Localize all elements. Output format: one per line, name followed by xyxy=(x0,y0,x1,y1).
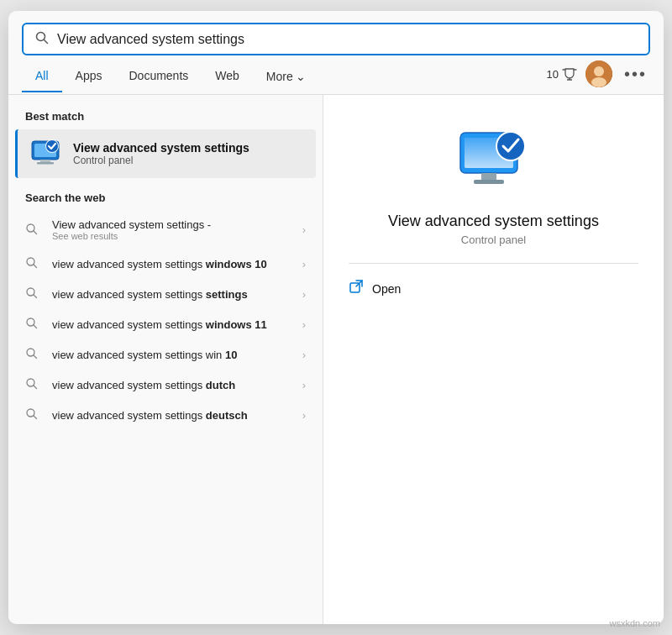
app-icon-large xyxy=(456,129,532,196)
web-result-item[interactable]: View advanced system settings - See web … xyxy=(8,211,323,249)
web-result-item[interactable]: view advanced system settings windows 11… xyxy=(8,309,323,339)
web-result-text: view advanced system settings windows 10 xyxy=(52,258,291,270)
chevron-right-icon: › xyxy=(302,318,306,331)
web-result-item[interactable]: view advanced system settings win 10 › xyxy=(8,339,323,370)
svg-rect-10 xyxy=(37,162,54,165)
search-window: All Apps Documents Web More ⌄ 10 xyxy=(8,11,664,624)
rp-title: View advanced system settings xyxy=(388,213,599,230)
web-search-icon xyxy=(22,223,40,238)
chevron-right-icon: › xyxy=(302,288,306,301)
right-panel: View advanced system settings Control pa… xyxy=(323,95,664,624)
left-panel: Best match View ad xyxy=(8,95,323,624)
best-match-text: View advanced system settings Control pa… xyxy=(73,141,249,166)
tab-more[interactable]: More ⌄ xyxy=(253,63,319,92)
web-result-text: view advanced system settings deutsch xyxy=(52,409,291,422)
web-result-item[interactable]: view advanced system settings settings › xyxy=(8,279,323,309)
best-match-title: View advanced system settings xyxy=(73,141,249,155)
web-search-icon xyxy=(22,256,40,271)
best-match-app-icon xyxy=(29,138,61,170)
web-result-text: View advanced system settings - See web … xyxy=(52,218,291,241)
open-button[interactable]: Open xyxy=(349,276,638,302)
main-content: Best match View ad xyxy=(8,95,664,624)
svg-rect-30 xyxy=(481,173,496,180)
web-result-item[interactable]: view advanced system settings dutch › xyxy=(8,370,323,400)
search-bar-row xyxy=(8,11,664,55)
tab-documents[interactable]: Documents xyxy=(115,62,202,92)
tab-apps[interactable]: Apps xyxy=(62,62,116,92)
tab-web[interactable]: Web xyxy=(202,62,253,92)
svg-line-26 xyxy=(34,416,37,419)
web-section-label: Search the web xyxy=(8,178,323,211)
chevron-right-icon: › xyxy=(302,349,306,361)
chevron-right-icon: › xyxy=(302,379,306,391)
best-match-subtitle: Control panel xyxy=(73,155,249,166)
notification-badge[interactable]: 10 xyxy=(547,67,577,81)
trophy-icon xyxy=(562,67,577,81)
best-match-label: Best match xyxy=(8,110,323,129)
svg-line-18 xyxy=(34,295,37,298)
chevron-down-icon: ⌄ xyxy=(296,70,306,83)
web-search-icon xyxy=(22,286,40,302)
best-match-item[interactable]: View advanced system settings Control pa… xyxy=(15,129,316,178)
chevron-right-icon: › xyxy=(302,223,306,236)
search-input[interactable] xyxy=(57,32,637,47)
svg-rect-31 xyxy=(474,180,504,184)
open-label: Open xyxy=(372,282,401,296)
svg-line-22 xyxy=(34,355,37,359)
nav-tabs: All Apps Documents Web More ⌄ 10 xyxy=(8,55,664,94)
tab-all[interactable]: All xyxy=(22,62,62,92)
web-search-icon xyxy=(22,407,40,422)
chevron-right-icon: › xyxy=(302,409,306,422)
web-result-item[interactable]: view advanced system settings deutsch › xyxy=(8,400,323,430)
web-result-text: view advanced system settings windows 11 xyxy=(52,318,291,331)
svg-point-6 xyxy=(591,77,606,87)
svg-line-20 xyxy=(34,325,37,328)
chevron-right-icon: › xyxy=(302,258,306,270)
open-external-icon xyxy=(349,279,364,298)
rp-divider xyxy=(349,263,638,264)
rp-subtitle: Control panel xyxy=(461,234,526,246)
search-icon xyxy=(35,31,49,47)
nav-right: 10 ••• xyxy=(547,60,650,94)
svg-line-14 xyxy=(34,231,37,234)
web-result-text: view advanced system settings win 10 xyxy=(52,349,291,361)
web-result-item[interactable]: view advanced system settings windows 10… xyxy=(8,249,323,279)
web-search-icon xyxy=(22,347,40,362)
svg-point-5 xyxy=(594,66,604,76)
svg-line-1 xyxy=(45,40,48,44)
web-search-icon xyxy=(22,317,40,332)
watermark: wsxkdn.com xyxy=(609,618,660,628)
svg-line-24 xyxy=(34,386,37,389)
svg-point-33 xyxy=(497,133,524,160)
more-options-button[interactable]: ••• xyxy=(621,65,650,84)
svg-line-16 xyxy=(34,265,37,268)
web-search-icon xyxy=(22,377,40,392)
svg-rect-9 xyxy=(40,160,50,162)
avatar[interactable] xyxy=(585,60,612,87)
web-result-text: view advanced system settings dutch xyxy=(52,379,291,391)
search-bar[interactable] xyxy=(22,23,650,55)
web-result-text: view advanced system settings settings xyxy=(52,288,291,301)
